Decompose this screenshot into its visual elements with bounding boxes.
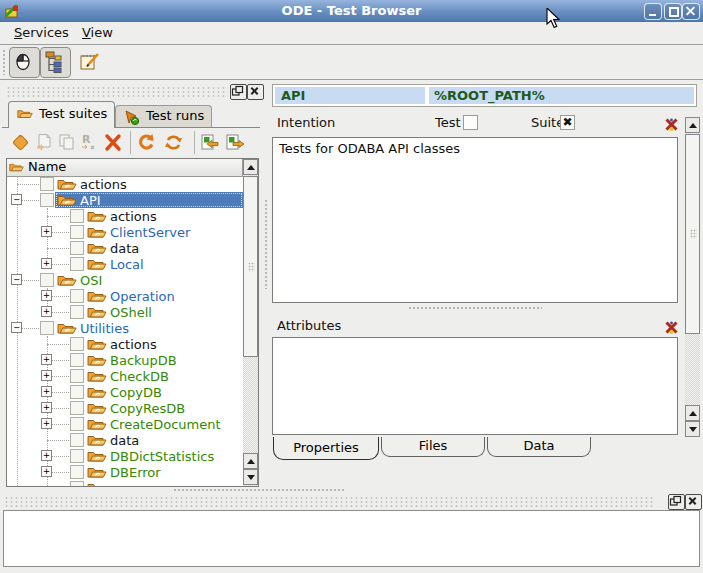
- expand-icon[interactable]: +: [41, 418, 52, 429]
- output-panel[interactable]: [3, 510, 700, 567]
- close-dock-icon[interactable]: [685, 494, 702, 510]
- tree-item-checkbox[interactable]: [70, 401, 84, 415]
- tree-item-checkbox[interactable]: [70, 225, 84, 239]
- tree-header-name[interactable]: Name: [7, 159, 243, 177]
- expand-icon[interactable]: +: [41, 402, 52, 413]
- tree-item-OShell[interactable]: + OShell: [7, 304, 243, 320]
- tree-item-checkbox[interactable]: [70, 289, 84, 303]
- object-path-field[interactable]: %ROOT_PATH%: [429, 87, 694, 104]
- scroll-up-icon[interactable]: [243, 159, 258, 175]
- tree-item-checkbox[interactable]: [70, 209, 84, 223]
- eraser-icon[interactable]: [10, 132, 31, 153]
- tree-item-ClientServer[interactable]: + ClientServer: [7, 224, 243, 240]
- horizontal-splitter[interactable]: [408, 306, 542, 310]
- export-icon[interactable]: [224, 132, 245, 153]
- scrollbar-thumb[interactable]: [685, 134, 700, 334]
- collapse-icon[interactable]: −: [11, 322, 22, 333]
- panel-scrollbar[interactable]: [685, 117, 700, 437]
- tree-item-checkbox[interactable]: [70, 305, 84, 319]
- dock-grip[interactable]: [4, 496, 654, 508]
- tree-item-checkbox[interactable]: [70, 449, 84, 463]
- tree-item-actions[interactable]: actions: [7, 176, 243, 192]
- expand-icon[interactable]: +: [41, 354, 52, 365]
- tree-item-checkbox[interactable]: [70, 337, 84, 351]
- title-bar[interactable]: ODE - Test Browser: [0, 0, 703, 22]
- expand-icon[interactable]: +: [41, 290, 52, 301]
- tree-item-DBError[interactable]: + DBError: [7, 464, 243, 480]
- new-document-icon[interactable]: [34, 132, 55, 153]
- tree-item-data[interactable]: data: [7, 240, 243, 256]
- menu-view[interactable]: View: [82, 25, 113, 40]
- scroll-up-icon[interactable]: [685, 117, 700, 133]
- tree-item-partial[interactable]: [7, 480, 243, 486]
- tree-item-checkbox[interactable]: [70, 353, 84, 367]
- refresh-icon[interactable]: [163, 132, 184, 153]
- tree-item-CreateDocument[interactable]: + CreateDocument: [7, 416, 243, 432]
- tree-item-checkbox[interactable]: [40, 321, 54, 335]
- tree-item-checkbox[interactable]: [40, 177, 54, 191]
- tab-test-runs[interactable]: Test runs: [115, 105, 212, 128]
- tree-item-Utilities[interactable]: − Utilities: [7, 320, 243, 336]
- tab-properties[interactable]: Properties: [273, 437, 379, 460]
- expand-icon[interactable]: +: [41, 466, 52, 477]
- scrollbar-thumb[interactable]: [243, 176, 258, 357]
- tree-item-checkbox[interactable]: [40, 193, 54, 207]
- expand-icon[interactable]: +: [41, 258, 52, 269]
- tree-item-checkbox[interactable]: [70, 241, 84, 255]
- intention-text[interactable]: Tests for ODABA API classes: [272, 137, 678, 303]
- scroll-down-icon[interactable]: [685, 421, 700, 437]
- tab-files[interactable]: Files: [381, 437, 485, 457]
- tree-item-CheckDB[interactable]: + CheckDB: [7, 368, 243, 384]
- tree-item-checkbox[interactable]: [40, 273, 54, 287]
- expand-icon[interactable]: +: [41, 386, 52, 397]
- tab-test-suites[interactable]: Test suites: [8, 101, 115, 128]
- tree-item-actions[interactable]: actions: [7, 336, 243, 352]
- attributes-text[interactable]: [272, 337, 678, 435]
- scroll-down-icon[interactable]: [243, 469, 258, 485]
- tree-item-Local[interactable]: + Local: [7, 256, 243, 272]
- tree-item-CopyDB[interactable]: + CopyDB: [7, 384, 243, 400]
- suite-checkbox[interactable]: ✖: [560, 115, 575, 130]
- tree-scrollbar[interactable]: [243, 159, 258, 486]
- rename-icon[interactable]: R: [78, 132, 99, 153]
- tree-item-checkbox[interactable]: [70, 369, 84, 383]
- tree-item-Operation[interactable]: + Operation: [7, 288, 243, 304]
- tree-item-OSI[interactable]: − OSI: [7, 272, 243, 288]
- expand-icon[interactable]: +: [41, 306, 52, 317]
- minimize-button[interactable]: [644, 3, 662, 20]
- tree-item-checkbox[interactable]: [70, 465, 84, 479]
- tree-item-checkbox[interactable]: [70, 481, 84, 486]
- import-icon[interactable]: [199, 132, 220, 153]
- tree-item-checkbox[interactable]: [70, 433, 84, 447]
- dock-grip[interactable]: [6, 86, 228, 98]
- edit-notes-button[interactable]: [78, 50, 101, 73]
- float-dock-icon[interactable]: [230, 84, 247, 100]
- float-dock-icon[interactable]: [668, 494, 685, 510]
- tree-item-checkbox[interactable]: [70, 385, 84, 399]
- maximize-button[interactable]: [664, 3, 682, 20]
- tree-item-data[interactable]: data: [7, 432, 243, 448]
- close-button[interactable]: [682, 3, 700, 20]
- copy-icon[interactable]: [56, 132, 77, 153]
- vertical-splitter[interactable]: [260, 84, 272, 487]
- tree-item-actions[interactable]: actions: [7, 208, 243, 224]
- tree-item-checkbox[interactable]: [70, 257, 84, 271]
- mouse-tool-button[interactable]: [9, 47, 40, 78]
- expand-icon[interactable]: +: [41, 370, 52, 381]
- tab-data[interactable]: Data: [487, 437, 591, 457]
- expand-icon[interactable]: +: [41, 226, 52, 237]
- tree-item-API[interactable]: − API: [7, 192, 243, 208]
- collapse-icon[interactable]: −: [11, 194, 22, 205]
- tree-item-BackupDB[interactable]: + BackupDB: [7, 352, 243, 368]
- menu-services[interactable]: Services: [14, 25, 69, 40]
- collapse-icon[interactable]: −: [11, 274, 22, 285]
- object-name-field[interactable]: API: [275, 87, 425, 104]
- scroll-up-icon[interactable]: [685, 405, 700, 421]
- scroll-up-icon[interactable]: [243, 453, 258, 469]
- tree-item-DBDictStatistics[interactable]: + DBDictStatistics: [7, 448, 243, 464]
- clear-intention-icon[interactable]: [664, 117, 679, 132]
- tree-tool-button[interactable]: [40, 47, 71, 78]
- expand-icon[interactable]: +: [41, 450, 52, 461]
- clear-attributes-icon[interactable]: [664, 320, 679, 335]
- delete-icon[interactable]: [102, 132, 123, 153]
